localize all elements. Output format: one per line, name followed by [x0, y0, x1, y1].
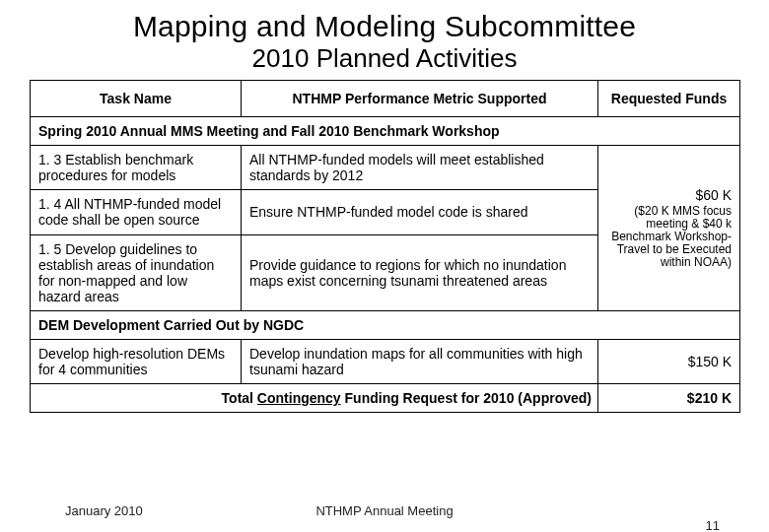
footer-page-number: 11	[706, 518, 720, 532]
header-task: Task Name	[31, 81, 242, 117]
funds-cell: $150 K	[598, 340, 740, 384]
slide-title: Mapping and Modeling Subcommittee	[30, 10, 739, 43]
total-row: Total Contingency Funding Request for 20…	[31, 384, 740, 413]
table-row: Develop high-resolution DEMs for 4 commu…	[31, 340, 740, 384]
table-row: 1. 3 Establish benchmark procedures for …	[31, 146, 740, 190]
table-header-row: Task Name NTHMP Performance Metric Suppo…	[31, 81, 740, 117]
total-label: Total Contingency Funding Request for 20…	[31, 384, 598, 413]
task-cell: 1. 3 Establish benchmark procedures for …	[31, 146, 242, 190]
funds-note: ($20 K MMS focus meeting & $40 k Benchma…	[606, 205, 732, 270]
task-cell: 1. 5 Develop guidelines to establish are…	[31, 234, 242, 310]
total-post: Funding Request for 2010 (Approved)	[341, 390, 592, 406]
total-amount: $210 K	[598, 384, 740, 413]
section-heading-row: Spring 2010 Annual MMS Meeting and Fall …	[31, 117, 740, 146]
metric-cell: Provide guidance to regions for which no…	[242, 234, 598, 310]
slide-subtitle: 2010 Planned Activities	[30, 43, 739, 74]
section1-heading: Spring 2010 Annual MMS Meeting and Fall …	[31, 117, 740, 146]
slide-footer: January 2010 NTHMP Annual Meeting 11	[0, 503, 769, 518]
funds-amount: $60 K	[606, 187, 732, 203]
footer-date: January 2010	[65, 503, 143, 518]
metric-cell: Ensure NTHMP-funded model code is shared	[242, 190, 598, 234]
section-heading-row: DEM Development Carried Out by NGDC	[31, 310, 740, 339]
task-cell: 1. 4 All NTHMP-funded model code shall b…	[31, 190, 242, 234]
section2-heading: DEM Development Carried Out by NGDC	[31, 310, 740, 339]
total-pre: Total	[222, 390, 257, 406]
header-funds: Requested Funds	[598, 81, 740, 117]
activities-table: Task Name NTHMP Performance Metric Suppo…	[30, 80, 740, 413]
task-cell: Develop high-resolution DEMs for 4 commu…	[31, 340, 242, 384]
slide: Mapping and Modeling Subcommittee 2010 P…	[0, 0, 769, 532]
header-metric: NTHMP Performance Metric Supported	[242, 81, 598, 117]
metric-cell: All NTHMP-funded models will meet establ…	[242, 146, 598, 190]
total-underline: Contingency	[257, 390, 341, 406]
metric-cell: Develop inundation maps for all communit…	[242, 340, 598, 384]
funds-cell-merged: $60 K ($20 K MMS focus meeting & $40 k B…	[598, 146, 740, 311]
